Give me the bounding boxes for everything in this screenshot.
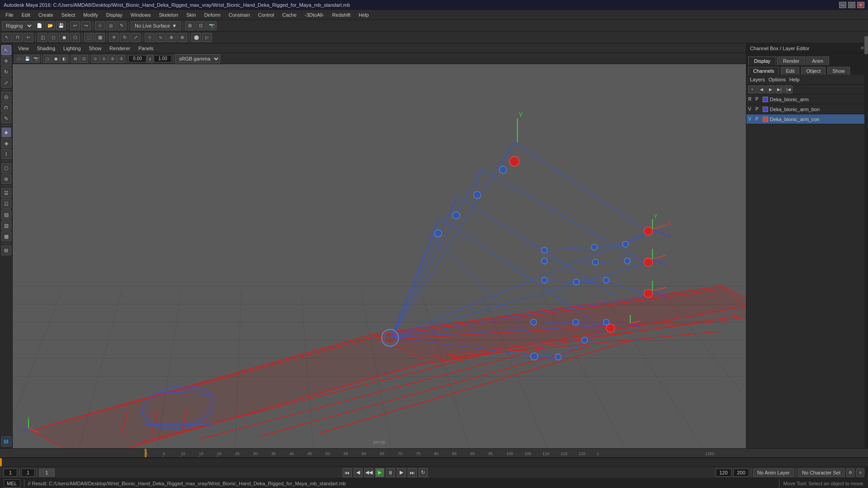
snap-grid-btn[interactable]: ⊹: [145, 33, 155, 42]
exposure-input[interactable]: [154, 55, 172, 62]
colorspace-dropdown[interactable]: sRGB gamma: [175, 54, 220, 63]
bezier-tool-btn[interactable]: ⌇: [1, 149, 11, 159]
play-btn[interactable]: ▶: [375, 468, 384, 477]
grid-btn[interactable]: ⊞: [185, 21, 195, 30]
vp-res1-btn[interactable]: ①: [100, 55, 108, 63]
scrubber-handle[interactable]: [0, 458, 2, 466]
vp-shade-btn[interactable]: ◼: [52, 55, 60, 63]
char-set-options-btn[interactable]: ⚙: [846, 469, 854, 477]
right-scrollbar[interactable]: [864, 36, 868, 488]
menu-modify[interactable]: Modify: [80, 11, 101, 19]
display-tab[interactable]: Display: [748, 56, 776, 65]
ortho-btn[interactable]: ▦: [95, 33, 105, 42]
layer3-btn[interactable]: ▤: [1, 210, 11, 220]
render-region-btn[interactable]: ⬤: [191, 33, 201, 42]
scale-tool[interactable]: ⤢: [131, 33, 141, 42]
play-back-btn[interactable]: ◀◀: [364, 468, 373, 477]
vp-panels[interactable]: Panels: [135, 45, 157, 52]
edit-tab[interactable]: Edit: [781, 67, 799, 75]
ep-tool-btn[interactable]: ◈: [1, 138, 11, 148]
rigging-mode-dropdown[interactable]: Rigging: [2, 21, 33, 30]
no-anim-layer-btn[interactable]: No Anim Layer: [753, 469, 794, 477]
poly-tool-btn[interactable]: ⬡: [1, 163, 11, 173]
menu-windows[interactable]: Windows: [127, 11, 155, 19]
soft-select-btn[interactable]: ◎: [1, 92, 11, 102]
viewport[interactable]: View Shading Lighting Show Renderer Pane…: [13, 43, 746, 448]
options-menu-item[interactable]: Options: [769, 77, 786, 82]
vp-grid-btn[interactable]: ⊞: [71, 55, 80, 63]
end-layer-btn[interactable]: |◀: [784, 85, 793, 94]
minimize-button[interactable]: ─: [839, 2, 846, 8]
layer-row-2[interactable]: V P Deka_bionic_arm_bon: [746, 104, 868, 114]
menu-control[interactable]: Control: [255, 11, 278, 19]
rotate-tool[interactable]: ↻: [120, 33, 130, 42]
step-fwd-btn[interactable]: ▶: [397, 468, 406, 477]
layer2-btn[interactable]: ☷: [1, 199, 11, 209]
close-button[interactable]: ✕: [857, 2, 864, 8]
render-btn[interactable]: ▷: [202, 33, 212, 42]
vp-cam-btn[interactable]: 🎥: [14, 55, 23, 63]
open-btn[interactable]: 📂: [45, 21, 55, 30]
layer-btn[interactable]: ☰: [1, 188, 11, 198]
wire-btn[interactable]: ◻: [48, 33, 58, 42]
tool-paint2[interactable]: ⊢: [24, 33, 33, 42]
goto-end-btn[interactable]: ⏭: [408, 468, 417, 477]
vp-wire-btn[interactable]: ◻: [43, 55, 51, 63]
gamma-input[interactable]: [128, 55, 146, 62]
step-back-btn[interactable]: ◀: [354, 468, 363, 477]
lasso-tool-btn[interactable]: ⊓: [1, 103, 11, 113]
cv-tool-btn[interactable]: ■: [1, 127, 11, 137]
menu-file[interactable]: File: [2, 11, 17, 19]
menu-display[interactable]: Display: [103, 11, 126, 19]
menu-3dtoall[interactable]: -3DtoAll-: [301, 11, 328, 19]
loop-btn[interactable]: ↻: [419, 468, 428, 477]
menu-skeleton[interactable]: Skeleton: [155, 11, 182, 19]
menu-select[interactable]: Select: [58, 11, 79, 19]
snap-point-btn[interactable]: ⊕: [166, 33, 176, 42]
move-tool-btn[interactable]: ✛: [1, 56, 11, 66]
texture-btn[interactable]: ⬡: [70, 33, 80, 42]
vp-iso-btn[interactable]: ⊙: [91, 55, 99, 63]
tool-lasso2[interactable]: ⊓: [13, 33, 23, 42]
layer-row-1[interactable]: R P Deka_bionic_arm: [746, 94, 868, 104]
xray-btn[interactable]: ◫: [38, 33, 47, 42]
render-tab[interactable]: Render: [777, 56, 805, 65]
timeline-ruler[interactable]: 1 5 10 15 20 25 30 35 40 45 50 55 60 65 …: [0, 449, 868, 458]
char-set-menu-btn[interactable]: ≡: [856, 469, 864, 477]
move-tool[interactable]: ✛: [109, 33, 119, 42]
vp-snap-btn[interactable]: 📷: [32, 55, 40, 63]
layer4-btn[interactable]: ▥: [1, 221, 11, 230]
persp-btn[interactable]: ⬚: [84, 33, 94, 42]
camera-btn[interactable]: 📷: [207, 21, 217, 30]
snap-curve-btn[interactable]: ∿: [156, 33, 165, 42]
snap-btn[interactable]: ⊡: [196, 21, 206, 30]
sculpt-tool-btn[interactable]: ⊛: [1, 174, 11, 184]
menu-cache[interactable]: Cache: [278, 11, 300, 19]
layer-row-3[interactable]: V P Deka_bionic_arm_con: [746, 114, 868, 124]
menu-help[interactable]: Help: [355, 11, 373, 19]
tool-arrow[interactable]: ↖: [2, 33, 12, 42]
vp-view[interactable]: View: [14, 45, 33, 52]
close-panel-btn[interactable]: ✕: [860, 45, 864, 51]
maya-logo-btn[interactable]: M: [1, 436, 11, 446]
snap-view-btn[interactable]: ⊗: [177, 33, 187, 42]
shaded-btn[interactable]: ◼: [59, 33, 69, 42]
mel-label[interactable]: MEL: [4, 479, 20, 488]
next-layer-btn[interactable]: ▶: [766, 85, 774, 94]
vp-renderer[interactable]: Renderer: [106, 45, 134, 52]
help-menu-item[interactable]: Help: [789, 77, 800, 82]
channels-tab[interactable]: Channels: [748, 67, 779, 75]
misc-btn[interactable]: ⊞: [1, 245, 11, 255]
del-layer-btn[interactable]: ▶|: [775, 85, 783, 94]
scene-canvas[interactable]: Y X Y Z: [13, 64, 746, 448]
new-scene-btn[interactable]: 📄: [34, 21, 44, 30]
scale-tool-btn[interactable]: ⤢: [1, 78, 11, 88]
new-layer-btn[interactable]: +: [748, 85, 756, 94]
paint-btn[interactable]: ✎: [117, 21, 127, 30]
undo-btn[interactable]: ↩: [70, 21, 80, 30]
show-tab[interactable]: Show: [827, 67, 850, 75]
frame-number-input[interactable]: [41, 469, 52, 477]
vp-save-btn[interactable]: 💾: [23, 55, 31, 63]
vp-shade2-btn[interactable]: ◧: [60, 55, 68, 63]
menu-skin[interactable]: Skin: [183, 11, 199, 19]
